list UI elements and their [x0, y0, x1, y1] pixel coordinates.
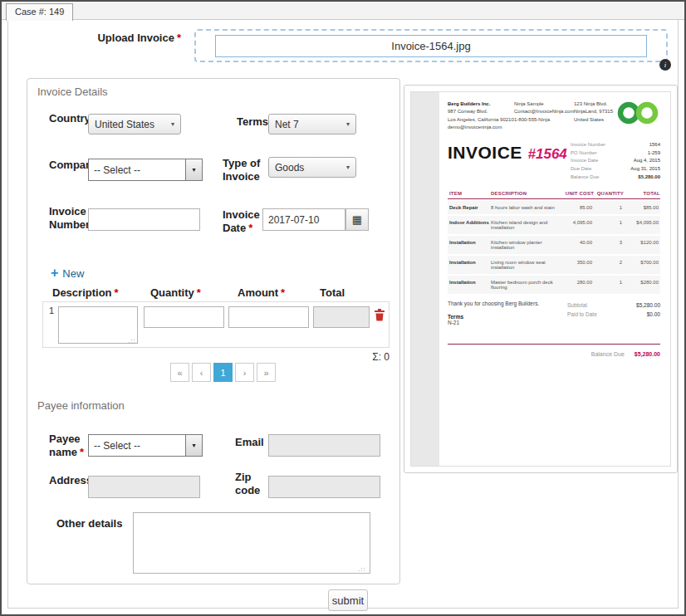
chevron-down-icon: ▾	[171, 120, 174, 128]
company-select[interactable]: -- Select -- ▾	[88, 159, 203, 181]
grid-pagination: « ‹ 1 › »	[170, 363, 276, 382]
delete-row-button[interactable]	[374, 308, 385, 325]
payee-name-label: Payee name*	[49, 433, 92, 460]
zip-code-field	[268, 476, 380, 498]
other-details-label: Other details	[56, 517, 131, 530]
invoice-preview-panel: Berg Builders Inc. 987 Conway Blvd. Los …	[404, 85, 678, 473]
invoice-notes: Thank you for choosing Berg Builders. Te…	[448, 301, 539, 325]
chevron-down-icon: ▾	[346, 164, 350, 171]
pagination-first[interactable]: «	[170, 363, 189, 382]
country-select[interactable]: United States ▾	[88, 114, 181, 134]
section-title-invoice-details: Invoice Details	[37, 86, 108, 98]
pagination-prev[interactable]: ‹	[192, 363, 211, 382]
trash-icon	[374, 308, 385, 321]
invoice-table-row: Installation Master bedroom porch deck f…	[448, 276, 660, 294]
resize-handle[interactable]: .::	[358, 565, 366, 573]
invoice-details-panel: Invoice Details Country* United States ▾…	[27, 78, 400, 584]
description-textarea[interactable]	[58, 306, 138, 344]
other-details-textarea[interactable]	[133, 512, 370, 574]
invoice-header: Berg Builders Inc. 987 Conway Blvd. Los …	[448, 100, 660, 131]
invoice-title: INVOICE #1564	[448, 143, 567, 163]
invoice-contact-block: Ninja Sample Contact@InvoiceNinja.com 1-…	[514, 100, 574, 131]
chevron-down-icon: ▾	[185, 435, 202, 456]
items-grid-row: 1 .::	[42, 301, 390, 348]
invoice-preview-image: Berg Builders Inc. 987 Conway Blvd. Los …	[410, 91, 671, 467]
invoice-subtotals: Subtotal$5,280.00 Paid to Date$0.00	[567, 301, 660, 325]
pagination-page-1[interactable]: 1	[213, 363, 233, 382]
row-index: 1	[49, 306, 54, 315]
quantity-input[interactable]	[144, 306, 224, 328]
company-logo-icon	[617, 100, 660, 131]
type-of-invoice-select[interactable]: Goods ▾	[268, 157, 356, 178]
tab-bar	[2, 2, 684, 20]
add-row-link[interactable]: + New	[51, 266, 84, 280]
invoice-table-row: Indoor Additions Kitchen island design a…	[448, 216, 660, 234]
invoice-left-band	[411, 92, 439, 466]
case-form-window: Case #: 149 Upload Invoice* Invoice-1564…	[0, 0, 686, 616]
pagination-last[interactable]: »	[257, 363, 276, 382]
invoice-balance-row: Balance Due $5,280.00	[448, 351, 660, 357]
invoice-table-row: Installation Kitchen window planter inst…	[448, 236, 660, 254]
terms-select[interactable]: Net 7 ▾	[268, 114, 356, 134]
invoice-table-header: ITEM DESCRIPTION UNIT COST QUANTITY TOTA…	[448, 191, 660, 199]
calendar-button[interactable]: ▦	[345, 208, 369, 231]
invoice-table-row: Installation Living room window seat ins…	[448, 256, 660, 274]
zip-code-label: Zip code	[235, 471, 268, 498]
chevron-down-icon: ▾	[185, 159, 202, 180]
section-title-payee: Payee information	[37, 399, 125, 412]
type-of-invoice-label: Type of Invoice	[223, 157, 274, 184]
country-label: Country*	[49, 112, 91, 125]
invoice-date-label: Invoice Date*	[223, 208, 268, 236]
address-field	[88, 476, 200, 498]
invoice-table-row: Deck Repair 8 hours labor wash and stain…	[448, 201, 660, 214]
address-label: Address	[49, 474, 92, 487]
invoice-date-input[interactable]	[262, 208, 345, 231]
pagination-next[interactable]: ›	[235, 363, 254, 382]
grid-header-description: Description*	[52, 286, 119, 299]
grid-header-amount: Amount*	[238, 286, 285, 299]
invoice-divider	[448, 344, 660, 345]
invoice-number-input[interactable]	[88, 208, 200, 231]
grid-sum: Σ: 0	[316, 351, 390, 363]
invoice-number-label: Invoice Number*	[49, 205, 92, 232]
resize-handle[interactable]: .::	[128, 337, 136, 345]
grid-header-total: Total	[320, 286, 345, 299]
uploaded-file-button[interactable]: Invoice-1564.jpg	[215, 35, 647, 57]
amount-input[interactable]	[228, 306, 309, 328]
invoice-client-block: 123 Ninja Blvd. NinjaLand, 97315 United …	[574, 100, 617, 131]
email-field	[268, 434, 380, 457]
invoice-meta: Invoice Number1564 PO Number1-259 Invoic…	[571, 141, 660, 181]
company-label: Company*	[49, 159, 92, 172]
info-icon[interactable]: i	[659, 59, 671, 71]
submit-button[interactable]: submit	[328, 589, 368, 611]
total-field	[313, 306, 370, 328]
upload-dropzone: Invoice-1564.jpg	[194, 29, 668, 62]
grid-header-quantity: Quantity*	[150, 286, 201, 299]
case-tab[interactable]: Case #: 149	[6, 3, 73, 21]
plus-icon: +	[51, 266, 58, 280]
calendar-icon: ▦	[352, 213, 362, 226]
chevron-down-icon: ▾	[346, 120, 350, 128]
upload-invoice-label: Upload Invoice*	[51, 32, 181, 44]
payee-name-select[interactable]: -- Select -- ▾	[88, 434, 203, 457]
invoice-company-block: Berg Builders Inc. 987 Conway Blvd. Los …	[448, 100, 514, 131]
